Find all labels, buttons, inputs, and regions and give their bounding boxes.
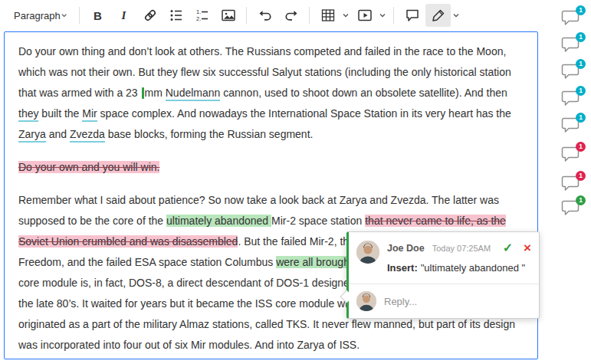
- chevron-down-icon: [342, 11, 350, 19]
- annotation-marker-deletion[interactable]: 1: [560, 144, 583, 165]
- bold-button[interactable]: B: [85, 4, 110, 27]
- mark-comment: Zvezda: [70, 128, 105, 143]
- text-run: mm: [145, 87, 166, 99]
- link-icon: [143, 8, 158, 23]
- annotation-marker-comment[interactable]: 1: [560, 88, 583, 109]
- toolbar-separator: [246, 7, 247, 24]
- paragraph-style-dropdown[interactable]: Paragraph: [6, 4, 74, 27]
- redo-button[interactable]: [278, 4, 304, 27]
- avatar: [356, 291, 376, 311]
- suggestion-card: Joe Doe Today 07:25AM ✓ × Insert:"ultima…: [346, 231, 540, 319]
- undo-icon: [258, 8, 273, 23]
- chevron-down-icon: [61, 11, 67, 19]
- insert-table-button[interactable]: [315, 4, 340, 27]
- svg-text:1.: 1.: [196, 8, 201, 15]
- rich-text-editor-app: Paragraph B I 1.2.: [0, 0, 591, 364]
- marker-count-badge: 1: [576, 86, 586, 96]
- insert-image-button[interactable]: [215, 4, 241, 27]
- suggestion-card-main: Joe Doe Today 07:25AM ✓ × Insert:"ultima…: [349, 232, 539, 284]
- media-dropdown-button[interactable]: [377, 4, 388, 27]
- text-run: cannon, used to shoot down an obsolete s…: [220, 87, 507, 99]
- text-run: built the: [38, 107, 82, 120]
- discard-suggestion-button[interactable]: ×: [524, 241, 531, 254]
- mark-insert: ultimately abandoned: [166, 215, 271, 227]
- suggestion-action-value: "ultimately abandoned ": [421, 262, 525, 274]
- marker-count-badge: 1: [576, 171, 586, 181]
- toolbar-separator: [309, 7, 310, 24]
- marker-count-badge: 1: [576, 142, 586, 152]
- image-icon: [221, 8, 236, 23]
- toolbar-separator: [79, 7, 80, 24]
- track-changes-icon: [431, 8, 446, 23]
- text-run: space complex. And nowadays the Internat…: [97, 107, 511, 120]
- text-run: and: [46, 128, 70, 140]
- mark-delete: Do your own and you will win.: [18, 161, 159, 173]
- add-comment-button[interactable]: [399, 4, 425, 27]
- marker-count-badge: 1: [576, 59, 586, 69]
- annotation-marker-comment[interactable]: 1: [560, 8, 583, 28]
- reply-field[interactable]: Reply...: [349, 284, 539, 318]
- annotation-marker-insertion[interactable]: 1: [560, 198, 583, 218]
- editor-toolbar: Paragraph B I 1.2.: [0, 0, 591, 31]
- mark-comment: Mir: [82, 107, 97, 122]
- annotation-marker-deletion[interactable]: 1: [560, 173, 583, 194]
- undo-button[interactable]: [252, 4, 277, 27]
- chevron-down-icon: [452, 11, 460, 19]
- redo-icon: [284, 8, 299, 23]
- svg-text:2.: 2.: [196, 15, 201, 22]
- annotations-sidebar: 11111111: [551, 0, 591, 364]
- annotation-marker-comment[interactable]: 1: [560, 61, 583, 82]
- avatar: [356, 241, 379, 264]
- document-paragraph: Do your own and you will win.: [18, 157, 524, 178]
- numbered-list-button[interactable]: 1.2.: [189, 4, 215, 27]
- mark-comment: Zarya: [18, 128, 46, 143]
- media-embed-icon: [357, 8, 373, 23]
- comment-icon: [405, 8, 420, 23]
- track-changes-button[interactable]: [425, 4, 451, 27]
- document-paragraph: Do your own thing and don’t look at othe…: [18, 41, 524, 145]
- table-dropdown-button[interactable]: [340, 4, 351, 27]
- numbered-list-icon: 1.2.: [195, 8, 210, 23]
- mark-comment: they: [18, 107, 38, 122]
- suggestion-card-body: Joe Doe Today 07:25AM ✓ × Insert:"ultima…: [387, 241, 531, 274]
- bulleted-list-icon: [169, 8, 184, 23]
- text-run: Mir-2 space station: [271, 215, 365, 227]
- insert-media-button[interactable]: [352, 4, 377, 27]
- bold-icon: B: [94, 9, 102, 22]
- track-changes-dropdown-button[interactable]: [451, 4, 461, 27]
- marker-count-badge: 1: [576, 113, 586, 123]
- comment-timestamp: Today 07:25AM: [432, 244, 503, 253]
- accept-suggestion-button[interactable]: ✓: [503, 241, 513, 255]
- paragraph-style-label: Paragraph: [14, 10, 61, 21]
- bulleted-list-button[interactable]: [163, 4, 189, 27]
- mark-caret: [142, 87, 144, 99]
- link-button[interactable]: [137, 4, 163, 27]
- comment-author: Joe Doe: [387, 243, 425, 254]
- italic-icon: I: [122, 9, 126, 22]
- annotation-marker-comment[interactable]: 1: [560, 34, 583, 55]
- toolbar-separator: [393, 7, 394, 24]
- reply-placeholder: Reply...: [384, 296, 417, 307]
- marker-count-badge: 1: [576, 195, 586, 205]
- text-run: base blocks, forming the Russian segment…: [105, 128, 314, 140]
- table-icon: [320, 8, 336, 23]
- italic-button[interactable]: I: [111, 4, 136, 27]
- marker-count-badge: 1: [576, 5, 586, 15]
- suggestion-action-label: Insert:: [387, 262, 418, 274]
- marker-count-badge: 1: [576, 32, 586, 42]
- mark-comment: Nudelmann: [166, 87, 221, 101]
- chevron-down-icon: [379, 11, 386, 19]
- annotation-marker-comment[interactable]: 1: [560, 115, 583, 136]
